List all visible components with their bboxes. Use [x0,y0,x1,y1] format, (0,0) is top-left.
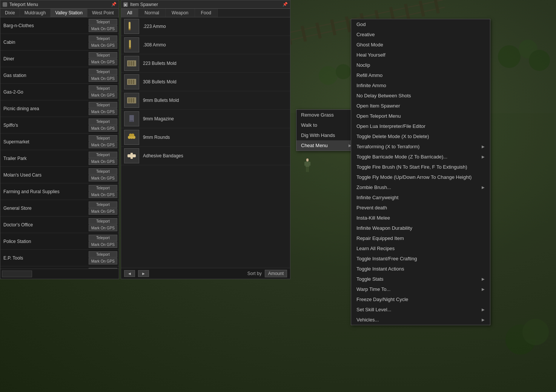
cheat-menu-item[interactable]: Repair Equipped Item [351,233,490,243]
context-menu-item[interactable]: Dig With Hands [296,130,356,140]
location-item: Picnic dining areaTeleportMark On GPS [0,100,119,117]
cheat-menu-item[interactable]: Zombie Brush...▶ [351,182,490,192]
sort-amount-button[interactable]: Amount [265,270,287,277]
spawner-tab-all[interactable]: All [121,9,138,17]
teleport-button[interactable]: Teleport [89,201,117,208]
list-item[interactable]: 9mm Magazine [121,110,290,128]
teleport-button[interactable]: Teleport [89,85,117,92]
location-item: Spiffo'sTeleportMark On GPS [0,117,119,134]
list-item[interactable]: 9mm Bullets Mold [121,91,290,110]
spawner-tab-food[interactable]: Food [195,9,218,17]
cheat-menu-item[interactable]: Open Item Spawner [351,101,490,111]
teleport-button[interactable]: Teleport [89,118,117,125]
location-buttons: TeleportMark On GPS [87,201,119,215]
tab-dixie[interactable]: Dixie [0,9,20,17]
svg-rect-28 [304,162,306,166]
spawner-next-button[interactable]: ► [138,270,149,277]
list-item[interactable]: Adhesive Bandages [121,147,290,165]
teleport-button[interactable]: Teleport [89,235,117,241]
cheat-menu-item[interactable]: No Delay Between Shots [351,91,490,101]
mark-on-gps-button[interactable]: Mark On GPS [89,75,117,82]
item-spawner-pin[interactable]: 📌 [283,2,288,7]
context-menu-item[interactable]: Walk to [296,120,356,130]
teleport-button[interactable]: Teleport [89,69,117,75]
cheat-menu-item[interactable]: Learn All Recipes [351,243,490,254]
mark-on-gps-button[interactable]: Mark On GPS [89,208,117,215]
teleport-button[interactable]: Teleport [89,35,117,42]
item-name: 223 Bullets Mold [143,61,177,66]
location-item: E.P. ToolsTeleportMark On GPS [0,250,119,266]
location-item: DinerTeleportMark On GPS [0,51,119,67]
mark-on-gps-button[interactable]: Mark On GPS [89,175,117,181]
cheat-menu-item[interactable]: Infinite Weapon Durability [351,223,490,233]
tab-valley-station[interactable]: Valley Station [51,9,88,17]
cheat-menu-item[interactable]: Vehicles...▶ [351,315,490,325]
teleport-button[interactable]: Teleport [89,152,117,158]
cheat-menu-item[interactable]: Warp Time To...▶ [351,284,490,294]
svg-line-9 [332,20,335,35]
tab-west-point[interactable]: West Point [88,9,119,17]
svg-rect-41 [128,80,130,84]
spawner-prev-button[interactable]: ◄ [124,270,135,277]
teleport-button[interactable]: Teleport [89,52,117,58]
list-item[interactable]: 9mm Rounds [121,128,290,147]
cheat-menu-item[interactable]: Toggle Instant/Free Crafting [351,254,490,264]
context-menu-item[interactable]: Remove Grass [296,110,356,120]
cheat-menu-item[interactable]: Refill Ammo [351,70,490,80]
cheat-menu-item[interactable]: Toggle Delete Mode (X to Delete) [351,131,490,141]
cheat-menu-item[interactable]: Toggle Barricade Mode (Z To Barricade)..… [351,152,490,162]
cheat-menu-item[interactable]: Set Skill Level...▶ [351,304,490,315]
svg-rect-32 [129,22,131,29]
teleport-button[interactable]: Teleport [89,168,117,175]
mark-on-gps-button[interactable]: Mark On GPS [89,158,117,165]
cheat-menu-item[interactable]: Freeze Day/Night Cycle [351,294,490,304]
teleport-button[interactable]: Teleport [89,102,117,108]
list-item[interactable]: .223 Ammo [121,17,290,36]
cheat-menu-item[interactable]: Creative [351,29,490,40]
cheat-menu-item[interactable]: Toggle Fly Mode (Up/Down Arrow To Change… [351,172,490,182]
item-name: 9mm Bullets Mold [143,98,179,103]
location-buttons: TeleportMark On GPS [87,18,119,33]
cheat-menu-item[interactable]: Toggle Fire Brush (N To Start Fire, F To… [351,162,490,172]
cheat-menu-item[interactable]: Infinite Ammo [351,80,490,91]
location-buttons: TeleportMark On GPS [87,151,119,166]
teleport-menu-pin[interactable]: 📌 [111,2,117,7]
list-item[interactable]: .308 Ammo [121,36,290,54]
cheat-menu-item[interactable]: Open Lua Interpreter/File Editor [351,121,490,131]
cheat-menu-item[interactable]: Prevent death [351,203,490,213]
cheat-menu-item[interactable]: God [351,19,490,29]
list-item[interactable]: 223 Bullets Mold [121,54,290,73]
teleport-button[interactable]: Teleport [89,218,117,224]
tab-muldraugh[interactable]: Muldraugh [20,9,51,17]
cheat-menu-item[interactable]: Terraforming (X to Terraform)▶ [351,141,490,152]
teleport-button[interactable]: Teleport [89,185,117,191]
search-input[interactable] [2,271,32,277]
cheat-menu-item[interactable]: Ghost Mode [351,40,490,50]
list-item[interactable]: 308 Bullets Mold [121,73,290,91]
cheat-menu-item[interactable]: Infinite Carryweight [351,192,490,203]
cheat-menu-item[interactable]: Toggle Stats▶ [351,274,490,284]
mark-on-gps-button[interactable]: Mark On GPS [89,258,117,264]
mark-on-gps-button[interactable]: Mark On GPS [89,125,117,132]
cheat-menu-item-label: Toggle Fire Brush (N To Start Fire, F To… [356,164,467,170]
mark-on-gps-button[interactable]: Mark On GPS [89,42,117,49]
spawner-tab-weapon[interactable]: Weapon [166,9,195,17]
teleport-button[interactable]: Teleport [89,251,117,258]
mark-on-gps-button[interactable]: Mark On GPS [89,225,117,231]
cheat-menu-item[interactable]: Open Teleport Menu [351,111,490,121]
mark-on-gps-button[interactable]: Mark On GPS [89,241,117,248]
teleport-button[interactable]: Teleport [89,135,117,141]
cheat-menu-item[interactable]: Heal Yourself [351,50,490,60]
spawner-tab-normal[interactable]: Normal [138,9,166,17]
mark-on-gps-button[interactable]: Mark On GPS [89,109,117,115]
context-menu-item[interactable]: Cheat Menu▶ [296,140,356,151]
mark-on-gps-button[interactable]: Mark On GPS [89,192,117,198]
mark-on-gps-button[interactable]: Mark On GPS [89,26,117,32]
cheat-menu-item[interactable]: Insta-Kill Melee [351,213,490,223]
mark-on-gps-button[interactable]: Mark On GPS [89,59,117,65]
mark-on-gps-button[interactable]: Mark On GPS [89,92,117,98]
mark-on-gps-button[interactable]: Mark On GPS [89,142,117,148]
teleport-button[interactable]: Teleport [89,19,117,25]
cheat-menu-item[interactable]: Noclip [351,60,490,70]
cheat-menu-item[interactable]: Toggle Instant Actions [351,264,490,274]
